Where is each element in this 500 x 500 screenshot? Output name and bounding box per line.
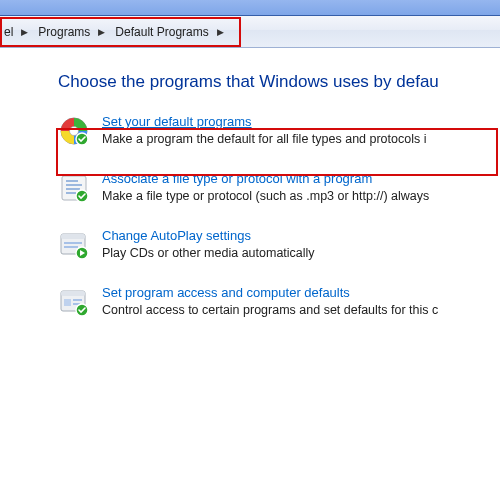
- option-text-block: Set your default programs Make a program…: [102, 114, 500, 146]
- breadcrumb-item-partial[interactable]: el ▶: [0, 16, 34, 47]
- svg-rect-4: [66, 180, 78, 182]
- option-associate-file-type: Associate a file type or protocol with a…: [58, 171, 500, 204]
- breadcrumb-item-programs[interactable]: Programs ▶: [34, 16, 111, 47]
- default-programs-icon: [58, 115, 90, 147]
- option-set-default-programs: Set your default programs Make a program…: [58, 114, 500, 147]
- option-autoplay-settings: Change AutoPlay settings Play CDs or oth…: [58, 228, 500, 261]
- svg-rect-10: [61, 234, 85, 239]
- autoplay-settings-link[interactable]: Change AutoPlay settings: [102, 228, 251, 243]
- svg-rect-18: [73, 299, 82, 301]
- breadcrumb-label: Default Programs: [115, 25, 208, 39]
- svg-point-1: [70, 127, 79, 136]
- window-titlebar-edge: [0, 0, 500, 16]
- svg-rect-5: [66, 184, 82, 186]
- breadcrumb-label: Programs: [38, 25, 90, 39]
- chevron-right-icon[interactable]: ▶: [96, 27, 105, 37]
- option-text-block: Associate a file type or protocol with a…: [102, 171, 500, 203]
- svg-rect-6: [66, 188, 80, 190]
- associate-file-type-link[interactable]: Associate a file type or protocol with a…: [102, 171, 372, 186]
- svg-rect-7: [66, 192, 76, 194]
- svg-rect-12: [64, 246, 78, 248]
- option-text-block: Set program access and computer defaults…: [102, 285, 500, 317]
- option-program-access-defaults: Set program access and computer defaults…: [58, 285, 500, 318]
- main-content: Choose the programs that Windows uses by…: [0, 48, 500, 318]
- address-bar[interactable]: el ▶ Programs ▶ Default Programs ▶: [0, 16, 500, 48]
- associate-filetype-icon: [58, 172, 90, 204]
- chevron-right-icon[interactable]: ▶: [215, 27, 224, 37]
- autoplay-icon: [58, 229, 90, 261]
- svg-rect-11: [64, 242, 82, 244]
- set-default-programs-link[interactable]: Set your default programs: [102, 114, 252, 129]
- option-description: Make a file type or protocol (such as .m…: [102, 189, 500, 203]
- option-description: Make a program the default for all file …: [102, 132, 500, 146]
- option-text-block: Change AutoPlay settings Play CDs or oth…: [102, 228, 500, 260]
- page-title: Choose the programs that Windows uses by…: [58, 72, 500, 92]
- program-access-icon: [58, 286, 90, 318]
- chevron-right-icon[interactable]: ▶: [19, 27, 28, 37]
- option-description: Play CDs or other media automatically: [102, 246, 500, 260]
- program-access-defaults-link[interactable]: Set program access and computer defaults: [102, 285, 350, 300]
- svg-rect-17: [64, 299, 71, 306]
- breadcrumb-item-default-programs[interactable]: Default Programs ▶: [111, 16, 229, 47]
- option-description: Control access to certain programs and s…: [102, 303, 500, 317]
- svg-rect-16: [61, 291, 85, 296]
- breadcrumb-label: el: [4, 25, 13, 39]
